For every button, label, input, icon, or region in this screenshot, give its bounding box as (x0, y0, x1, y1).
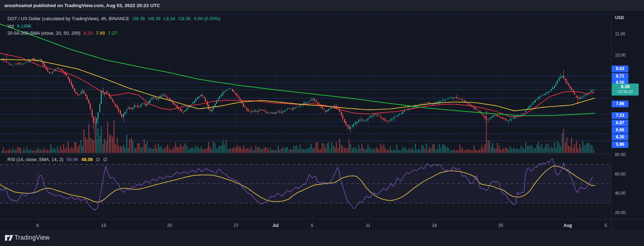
tradingview-brand-text[interactable]: TradingView (15, 234, 50, 241)
price-level-badge: 8.71 (612, 73, 628, 80)
price-level-badge: 6.87 (612, 120, 628, 126)
price-level-badge: 7.23 (612, 112, 628, 119)
time-axis-label: 5 (301, 223, 323, 228)
volume-legend-row[interactable]: Vol6.149K (7, 23, 35, 29)
rsi-axis-label: 60.00 (615, 172, 626, 177)
footer-bar: TradingView (0, 230, 644, 246)
published-text: anushsamal published on TradingView.com,… (4, 0, 160, 11)
rsi-value: 56.96 (67, 157, 78, 162)
sma-label: 20-50-200-SMA (close, 20, 50, 200) (7, 30, 80, 36)
rsi-legend-row[interactable]: RSI (14, close, SMA, 14, 2)56.9648.08∅∅ (7, 157, 110, 162)
time-axis-label: 13 (93, 223, 114, 228)
time-axis-label: 6 (27, 223, 48, 228)
price-level-badge: 5.96 (612, 141, 628, 148)
rsi-empty-slot-2: ∅ (103, 157, 107, 162)
sma20-value: 8.25 (84, 30, 93, 36)
tradingview-logo-icon[interactable] (5, 234, 13, 241)
current-price-value: 8.38 (612, 84, 639, 90)
candle-countdown: 03:36:20 (612, 90, 639, 94)
rsi-axis-label: 80.00 (615, 152, 626, 157)
time-axis-label: 5 (595, 223, 616, 228)
time-axis-label: Jul (265, 223, 286, 228)
time-axis-label: 25 (490, 223, 511, 228)
time-axis-label: 20 (159, 223, 180, 228)
chart-canvas[interactable] (0, 0, 644, 246)
time-axis-label: Aug (557, 223, 578, 228)
tradingview-published-chart: anushsamal published on TradingView.com,… (0, 0, 644, 246)
ohlc-high: H8.39 (148, 16, 161, 21)
published-bar: anushsamal published on TradingView.com,… (0, 0, 644, 11)
current-price-badge: 8.38 03:36:20 (612, 84, 639, 96)
ohlc-close: C8.38 (178, 16, 191, 21)
time-axis-label: 11 (357, 223, 379, 228)
sma-20-line (0, 53, 595, 117)
volume-label: Vol (7, 23, 14, 29)
price-level-badge: 6.66 (612, 127, 628, 133)
ohlc-open: O8.38 (132, 16, 145, 21)
change-value: 0.00 (0.00%) (194, 16, 220, 21)
price-level-badge: 7.96 (612, 101, 628, 107)
sma200-value: 7.27 (108, 30, 117, 36)
rsi-axis-label: 40.00 (615, 191, 626, 196)
symbol-title: DOT / US Dollar (calculated by TradingVi… (7, 16, 129, 21)
price-level-badge: 6.30 (612, 134, 628, 141)
sma-legend-row[interactable]: 20-50-200-SMA (close, 20, 50, 200)8.257.… (7, 30, 120, 36)
price-axis-label: 10.00 (615, 53, 626, 58)
time-axis-label: 27 (226, 223, 247, 228)
rsi-empty-slot-1: ∅ (96, 157, 100, 162)
volume-value: 6.149K (17, 23, 32, 29)
price-axis-label: 11.00 (615, 32, 625, 36)
price-level-badge: 9.03 (612, 65, 628, 72)
rsi-axis-label: 20.00 (615, 210, 626, 215)
candle-bodies-up (2, 59, 594, 129)
candle-bodies-down (4, 58, 580, 129)
rsi-ma-value: 48.08 (81, 157, 93, 162)
time-axis-label: 18 (424, 223, 445, 228)
rsi-label: RSI (14, close, SMA, 14, 2) (7, 157, 63, 162)
ohlc-low: L8.34 (164, 16, 176, 21)
sma50-value: 7.99 (96, 30, 105, 36)
currency-label: USD (615, 15, 624, 20)
symbol-legend-row[interactable]: DOT / US Dollar (calculated by TradingVi… (7, 16, 223, 21)
